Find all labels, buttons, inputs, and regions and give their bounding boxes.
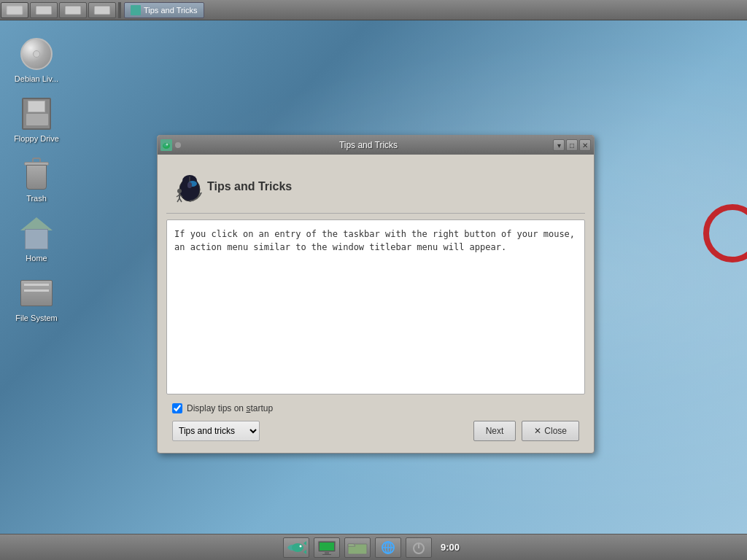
svg-rect-0 [7,6,23,15]
floppy-icon [19,96,54,131]
svg-line-17 [177,198,179,202]
bottom-network-btn[interactable] [375,537,401,558]
filesystem-label: File System [15,314,57,322]
taskbar-top: Tips and Tricks [0,0,747,20]
dialog-title-text: Tips and Tricks [184,140,553,150]
close-button[interactable]: ✕ Close [522,421,579,441]
workspace-btn-1[interactable] [1,2,28,18]
svg-rect-1 [36,6,52,15]
desktop-icon-floppy[interactable]: Floppy Drive [7,93,66,146]
desktop-icons: Debian Liv... Floppy Drive Trash [0,26,73,332]
display-tips-checkbox[interactable] [172,403,182,413]
taskbar-bottom: 9:00 [0,534,747,560]
home-icon [19,216,54,251]
dialog-titlebar[interactable]: Tips and Tricks ▾ □ ✕ [158,136,594,155]
window-taskbar-button[interactable]: Tips and Tricks [124,2,204,18]
dialog-controls: ▾ □ ✕ [553,139,591,151]
next-button[interactable]: Next [473,421,516,441]
bottom-monitor-btn[interactable] [314,537,340,558]
trash-label: Trash [26,194,47,203]
svg-point-13 [177,189,182,193]
close-icon: ✕ [534,426,541,436]
svg-rect-2 [65,6,81,15]
dialog-footer: Display tips on startup Tips and tricks … [166,397,585,444]
desktop-icon-home[interactable]: Home [7,213,66,265]
svg-rect-24 [322,554,331,555]
trash-icon [19,156,54,191]
bottom-power-btn[interactable] [406,537,432,558]
tip-text-area[interactable] [166,219,585,394]
filesystem-icon [19,276,54,311]
dialog-maximize-btn[interactable]: □ [566,139,578,151]
debian-icon [19,36,54,71]
desktop-icon-trash[interactable]: Trash [7,153,66,206]
dialog-titlebar-dot [175,142,181,148]
workspace-btn-4[interactable] [88,2,116,18]
tips-dialog: Tips and Tricks ▾ □ ✕ [157,135,595,454]
dialog-minimize-btn[interactable]: ▾ [553,139,565,151]
red-circle-decoration [703,204,747,262]
svg-line-18 [179,198,182,202]
dialog-header-title: Tips and Tricks [207,180,292,193]
dialog-body: Tips and Tricks Display tips on startup … [158,155,594,453]
desktop: Tips and Tricks Debian Liv... Floppy Dri… [0,0,747,560]
svg-point-19 [292,543,303,552]
tips-icon-small [131,5,141,15]
svg-rect-23 [325,552,329,554]
bottom-fish-btn[interactable] [283,537,309,558]
svg-point-7 [166,144,169,146]
display-tips-label[interactable]: Display tips on startup [187,403,273,413]
dialog-header: Tips and Tricks [166,163,585,214]
desktop-icon-debian[interactable]: Debian Liv... [7,34,66,86]
dialog-close-btn[interactable]: ✕ [579,139,591,151]
svg-rect-12 [187,182,192,188]
checkbox-row: Display tips on startup [172,403,579,413]
desktop-icon-filesystem[interactable]: File System [7,273,66,325]
tips-category-dropdown[interactable]: Tips and tricks [172,421,260,441]
workspace-btn-3[interactable] [59,2,87,18]
dialog-titlebar-icon [160,139,172,151]
home-label: Home [26,254,47,262]
debian-label: Debian Liv... [15,74,58,83]
svg-point-20 [299,545,301,547]
bottom-folder-btn[interactable] [344,537,371,558]
svg-rect-22 [320,542,334,551]
dialog-buttons: Tips and tricks Next ✕ Close [172,421,579,441]
floppy-label: Floppy Drive [14,134,59,143]
xfce-logo [172,169,207,204]
workspace-btn-2[interactable] [30,2,58,18]
svg-rect-3 [94,6,110,15]
clock: 9:00 [436,542,464,553]
window-taskbar-label: Tips and Tricks [144,6,198,15]
